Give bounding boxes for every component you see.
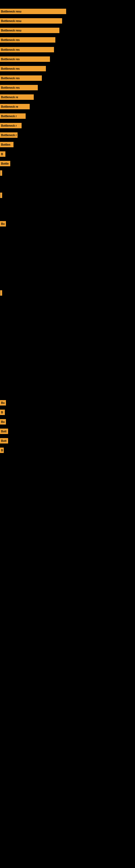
- bar-label-10: Bottleneck re: [0, 104, 30, 109]
- bar-label-24: Bott: [0, 429, 8, 434]
- bar-row-21: Bo: [0, 400, 6, 405]
- bar-row-15: B: [0, 151, 5, 157]
- bar-row-23: Bo: [0, 419, 6, 425]
- vertical-line-1: [0, 193, 0, 198]
- bar-row-3: Bottleneck res: [0, 37, 55, 42]
- bar-row-1: Bottleneck resu: [0, 18, 62, 24]
- bar-label-23: Bo: [0, 419, 6, 425]
- bar-row-22: B: [0, 410, 5, 415]
- bar-row-10: Bottleneck re: [0, 104, 30, 109]
- bar-label-2: Bottleneck resu: [0, 28, 59, 33]
- bar-label-25: Bott: [0, 438, 8, 443]
- vertical-line-0: [0, 170, 0, 176]
- bar-label-18: [0, 193, 2, 198]
- bar-row-16: Bottle: [0, 161, 10, 166]
- bar-label-20: [0, 290, 2, 296]
- bar-label-6: Bottleneck res: [0, 66, 46, 71]
- bar-row-2: Bottleneck resu: [0, 28, 59, 33]
- bar-label-4: Bottleneck res: [0, 47, 54, 52]
- bar-label-21: Bo: [0, 400, 6, 405]
- bar-label-0: Bottleneck resu: [0, 9, 66, 14]
- bar-label-9: Bottleneck re: [0, 94, 34, 100]
- bar-label-11: Bottleneck r: [0, 113, 26, 119]
- bar-row-6: Bottleneck res: [0, 66, 46, 71]
- bar-label-8: Bottleneck res: [0, 85, 38, 90]
- bar-label-14: Bottlen: [0, 142, 13, 147]
- bar-row-7: Bottleneck res: [0, 75, 42, 81]
- bar-row-4: Bottleneck res: [0, 47, 54, 52]
- bar-row-19: Bo: [0, 221, 6, 226]
- bar-row-5: Bottleneck res: [0, 56, 50, 62]
- bar-label-12: Bottleneck r: [0, 123, 21, 128]
- bar-row-11: Bottleneck r: [0, 113, 26, 119]
- bar-row-9: Bottleneck re: [0, 94, 34, 100]
- vertical-line-2: [0, 290, 0, 296]
- bar-label-3: Bottleneck res: [0, 37, 55, 42]
- bar-row-8: Bottleneck res: [0, 85, 38, 90]
- bar-row-25: Bott: [0, 438, 8, 443]
- bar-label-13: Bottleneck r: [0, 132, 17, 138]
- bar-row-12: Bottleneck r: [0, 123, 21, 128]
- bar-row-26: B: [0, 447, 4, 453]
- bar-row-13: Bottleneck r: [0, 132, 17, 138]
- bar-label-22: B: [0, 410, 5, 415]
- bar-label-5: Bottleneck res: [0, 56, 50, 62]
- bar-label-15: B: [0, 151, 5, 157]
- bar-row-0: Bottleneck resu: [0, 9, 66, 14]
- bar-label-16: Bottle: [0, 161, 10, 166]
- bar-row-24: Bott: [0, 429, 8, 434]
- bar-label-17: [0, 170, 2, 176]
- bar-label-19: Bo: [0, 221, 6, 226]
- bar-label-7: Bottleneck res: [0, 75, 42, 81]
- bar-label-26: B: [0, 447, 4, 453]
- site-title: [0, 0, 135, 3]
- bar-row-14: Bottlen: [0, 142, 13, 147]
- bar-label-1: Bottleneck resu: [0, 18, 62, 24]
